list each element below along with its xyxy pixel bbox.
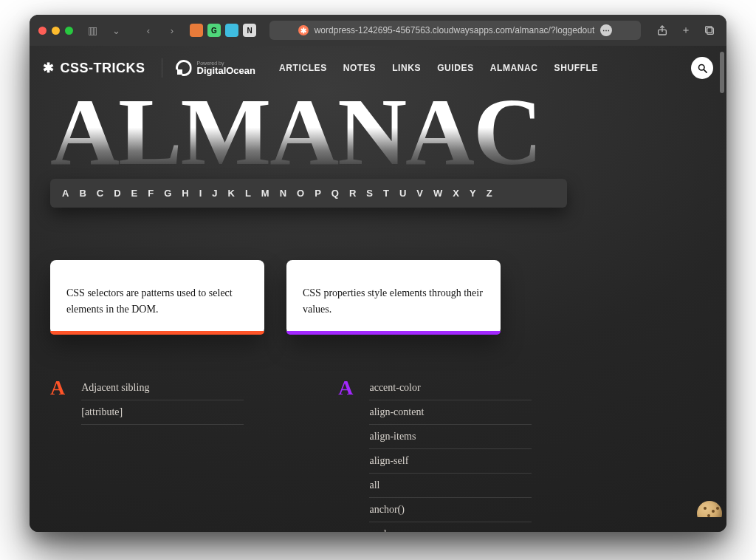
search-button[interactable] (691, 57, 713, 79)
nav-articles[interactable]: ARTICLES (279, 63, 327, 73)
reader-mode-icon[interactable]: ⋯ (600, 24, 612, 36)
az-letter[interactable]: L (245, 188, 251, 199)
address-bar-text: wordpress-1242695-4567563.cloudwaysapps.… (315, 25, 595, 35)
address-bar[interactable]: ✱ wordpress-1242695-4567563.cloudwaysapp… (269, 21, 641, 40)
properties-card-text: CSS properties style elements through th… (303, 285, 484, 317)
svg-rect-1 (707, 28, 714, 35)
az-letter[interactable]: V (416, 188, 423, 199)
properties-list: accent-color align-content align-items a… (369, 376, 532, 532)
nav-notes[interactable]: NOTES (343, 63, 376, 73)
asterisk-icon: ✱ (43, 60, 55, 76)
sidebar-toggle-icon[interactable] (83, 21, 101, 39)
almanac-columns: A Adjacent sibling [attribute] A accent-… (50, 376, 726, 532)
powered-by-name: DigitalOcean (197, 66, 255, 75)
svg-line-4 (704, 69, 707, 72)
scrollbar-thumb[interactable] (720, 52, 724, 93)
extension-icon[interactable] (225, 24, 238, 37)
brand-text: CSS-TRICKS (61, 61, 145, 76)
az-letter[interactable]: A (62, 188, 69, 199)
extension-icon[interactable]: G (207, 24, 221, 37)
az-letter[interactable]: G (164, 188, 172, 199)
az-letter[interactable]: J (212, 188, 218, 199)
nav-links[interactable]: LINKS (392, 63, 421, 73)
az-letter[interactable]: O (297, 188, 305, 199)
nav-guides[interactable]: GUIDES (437, 63, 474, 73)
browser-window: ⌄ ‹ › G N ✱ wordpress-1242695-4567563.cl… (30, 15, 726, 532)
extension-icon[interactable] (190, 24, 203, 37)
list-item[interactable]: Adjacent sibling (81, 376, 244, 400)
az-letter[interactable]: P (315, 188, 321, 199)
close-window-button[interactable] (38, 27, 47, 35)
card-accent (286, 331, 501, 335)
forward-button[interactable]: › (163, 21, 181, 39)
browser-extensions: G N (190, 24, 256, 37)
az-letter[interactable]: T (383, 188, 389, 199)
az-letter[interactable]: C (97, 188, 104, 199)
list-item[interactable]: [attribute] (81, 400, 244, 425)
browser-toolbar: ⌄ ‹ › G N ✱ wordpress-1242695-4567563.cl… (30, 15, 726, 46)
search-icon (697, 63, 708, 74)
az-letter[interactable]: H (182, 188, 189, 199)
extension-icon[interactable]: N (243, 24, 256, 37)
digitalocean-logo[interactable]: Powered by DigitalOcean (176, 60, 255, 76)
primary-nav: ARTICLES NOTES LINKS GUIDES ALMANAC SHUF… (279, 63, 598, 73)
az-letter[interactable]: X (453, 188, 459, 199)
properties-card[interactable]: CSS properties style elements through th… (286, 260, 501, 335)
svg-rect-2 (706, 27, 712, 33)
az-letter[interactable]: Z (487, 188, 492, 199)
nav-shuffle[interactable]: SHUFFLE (554, 63, 599, 73)
properties-column: A accent-color align-content align-items… (338, 376, 532, 532)
list-item[interactable]: anchor-name (369, 522, 532, 532)
selectors-list: Adjacent sibling [attribute] (81, 376, 244, 425)
tab-overview-icon[interactable] (701, 22, 718, 38)
intro-cards: CSS selectors are patterns used to selec… (50, 260, 726, 335)
list-item[interactable]: align-items (369, 425, 532, 449)
az-letter[interactable]: S (366, 188, 373, 199)
az-letter[interactable]: U (399, 188, 407, 199)
share-icon[interactable] (654, 22, 670, 38)
az-letter[interactable]: F (148, 188, 154, 199)
zoom-window-button[interactable] (65, 27, 73, 35)
az-letter[interactable]: W (433, 188, 443, 199)
az-letter[interactable]: K (228, 188, 236, 199)
selectors-card[interactable]: CSS selectors are patterns used to selec… (50, 260, 264, 335)
site-favicon: ✱ (298, 25, 309, 35)
window-controls (38, 27, 73, 35)
minimize-window-button[interactable] (52, 27, 60, 35)
hero: ALMANAC A B C D E F G H I J K L M N O P … (30, 90, 726, 208)
az-letter[interactable]: I (199, 188, 202, 199)
card-accent (50, 331, 264, 335)
az-letter[interactable]: Q (331, 188, 340, 199)
tab-group-icon[interactable]: ⌄ (107, 21, 125, 39)
divider (162, 58, 162, 78)
site-logo[interactable]: ✱ CSS-TRICKS (43, 60, 145, 76)
page-title: ALMANAC (50, 89, 541, 175)
selectors-card-text: CSS selectors are patterns used to selec… (66, 285, 248, 317)
section-letter: A (338, 376, 353, 400)
list-item[interactable]: anchor() (369, 498, 532, 522)
list-item[interactable]: align-content (369, 400, 532, 425)
digitalocean-mark-icon (176, 60, 192, 76)
page-viewport: ✱ CSS-TRICKS Powered by DigitalOcean ART… (30, 46, 726, 532)
new-tab-icon[interactable]: ＋ (678, 22, 694, 38)
az-index-bar: A B C D E F G H I J K L M N O P Q R S T (50, 179, 567, 208)
az-letter[interactable]: M (261, 188, 269, 199)
back-button[interactable]: ‹ (140, 21, 157, 39)
nav-almanac[interactable]: ALMANAC (490, 63, 538, 73)
list-item[interactable]: align-self (369, 449, 532, 474)
az-letter[interactable]: R (349, 188, 357, 199)
az-letter[interactable]: Y (470, 188, 476, 199)
section-letter: A (50, 376, 65, 400)
az-letter[interactable]: E (131, 188, 138, 199)
az-letter[interactable]: B (79, 188, 86, 199)
az-letter[interactable]: N (280, 188, 287, 199)
selectors-column: A Adjacent sibling [attribute] (50, 376, 244, 532)
list-item[interactable]: all (369, 474, 532, 498)
list-item[interactable]: accent-color (369, 376, 532, 400)
az-letter[interactable]: D (114, 188, 121, 199)
